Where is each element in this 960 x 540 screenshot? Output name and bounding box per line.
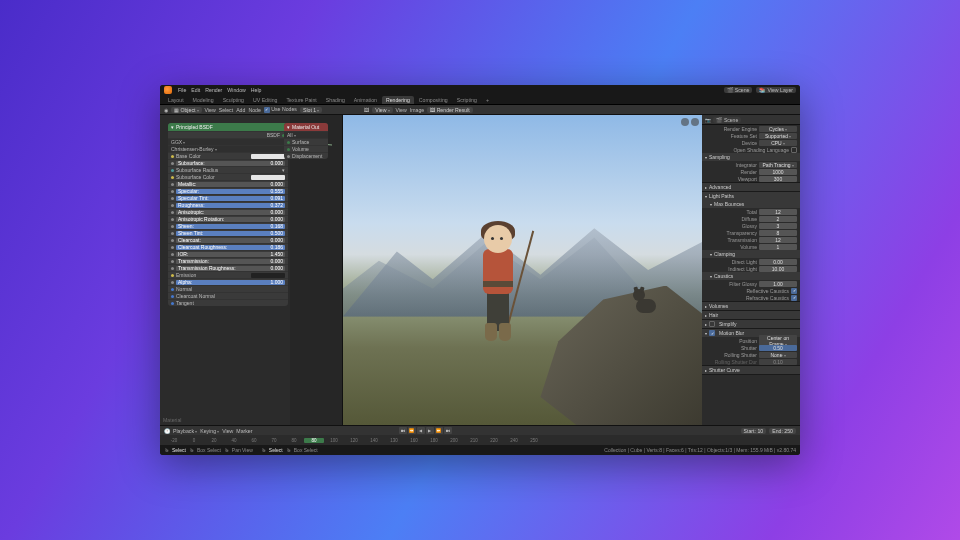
node-input-row[interactable]: Subsurface Radius▾ xyxy=(168,166,288,173)
img-view[interactable]: View xyxy=(396,107,407,113)
menu-window[interactable]: Window xyxy=(227,87,245,93)
node-input-row[interactable]: Metallic:0.000 xyxy=(168,180,288,187)
tab-uv[interactable]: UV Editing xyxy=(249,96,282,104)
subsurface-method-select[interactable]: Christensen-Burley xyxy=(171,146,285,152)
node-header[interactable]: ▾ Principled BSDF xyxy=(168,123,288,131)
frame-tick[interactable]: 0 xyxy=(184,438,204,443)
output-bsdf[interactable]: BSDF xyxy=(267,132,280,138)
menu-edit[interactable]: Edit xyxy=(191,87,200,93)
node-input-row[interactable]: Clearcoat Normal xyxy=(168,292,288,299)
node-input-row[interactable]: Transmission:0.000 xyxy=(168,257,288,264)
value-slider[interactable]: Transmission Roughness:0.000 xyxy=(176,266,285,271)
value-slider[interactable]: Clearcoat:0.000 xyxy=(176,238,285,243)
socket-icon[interactable] xyxy=(171,288,174,291)
socket-icon[interactable] xyxy=(171,246,174,249)
keyframe-next-button[interactable]: ⏩ xyxy=(435,427,443,434)
section-shuttercurve[interactable]: Shutter Curve xyxy=(702,366,800,374)
viewport-samples-input[interactable]: 300 xyxy=(759,176,797,182)
node-input-row[interactable]: Specular:0.555 xyxy=(168,187,288,194)
socket-icon[interactable] xyxy=(171,260,174,263)
frame-tick[interactable]: 20 xyxy=(204,438,224,443)
value-slider[interactable]: Anisotropic:0.000 xyxy=(176,210,285,215)
frame-ruler[interactable]: -200204060708080100120140130160180200210… xyxy=(164,438,796,443)
mb-shutter[interactable]: 0.50 xyxy=(759,345,797,351)
socket-icon[interactable] xyxy=(171,274,174,277)
tab-rendering[interactable]: Rendering xyxy=(382,96,414,104)
frame-end-field[interactable]: End: 250 xyxy=(769,428,796,434)
render-result-select[interactable]: 🖼 Render Result xyxy=(427,107,473,113)
node-editor[interactable]: ▾ Principled BSDF BSDF GGX Christensen-B… xyxy=(160,115,290,425)
node-input-row[interactable]: Subsurface Color xyxy=(168,173,288,180)
target-select[interactable]: All xyxy=(287,132,325,138)
frame-tick[interactable]: 220 xyxy=(484,438,504,443)
frame-tick[interactable]: 200 xyxy=(444,438,464,443)
jump-start-button[interactable]: ⏮ xyxy=(399,427,407,434)
node-header[interactable]: ▾ Material Out xyxy=(284,123,328,131)
tab-animation[interactable]: Animation xyxy=(350,96,381,104)
node-input-row[interactable]: Emission xyxy=(168,271,288,278)
props-context-icon[interactable]: 📷 xyxy=(705,117,711,123)
input-surface-socket[interactable] xyxy=(287,141,290,144)
osl-checkbox[interactable] xyxy=(791,147,797,153)
menu-file[interactable]: File xyxy=(178,87,186,93)
section-sampling[interactable]: Sampling xyxy=(702,153,800,161)
menu-help[interactable]: Help xyxy=(251,87,262,93)
socket-icon[interactable] xyxy=(171,253,174,256)
frame-tick[interactable]: 140 xyxy=(364,438,384,443)
socket-icon[interactable] xyxy=(171,197,174,200)
slot-select[interactable]: Slot 1 xyxy=(300,107,322,113)
tab-scripting[interactable]: Scripting xyxy=(453,96,481,104)
value-slider[interactable]: Clearcoat Roughness:0.186 xyxy=(176,245,285,250)
color-swatch[interactable] xyxy=(251,273,285,278)
frame-tick[interactable]: 180 xyxy=(424,438,444,443)
socket-icon[interactable] xyxy=(171,281,174,284)
socket-icon[interactable] xyxy=(171,232,174,235)
bounces-diffuse[interactable]: 2 xyxy=(759,216,797,222)
subsection-clamping[interactable]: Clamping xyxy=(702,250,800,258)
frame-tick[interactable]: 120 xyxy=(344,438,364,443)
keyframe-prev-button[interactable]: ⏪ xyxy=(408,427,416,434)
socket-icon[interactable] xyxy=(171,225,174,228)
input-volume-socket[interactable] xyxy=(287,148,290,151)
node-input-row[interactable]: Base Color xyxy=(168,152,288,159)
value-slider[interactable]: Specular Tint:0.091 xyxy=(176,196,285,201)
device-select[interactable]: CPU xyxy=(759,140,797,146)
socket-icon[interactable] xyxy=(171,169,174,172)
value-slider[interactable]: Subsurface:0.000 xyxy=(176,161,285,166)
hdr-view[interactable]: View xyxy=(205,107,216,113)
hdr-node[interactable]: Node xyxy=(248,107,260,113)
bounces-glossy[interactable]: 3 xyxy=(759,223,797,229)
node-input-row[interactable]: Clearcoat:0.000 xyxy=(168,236,288,243)
tl-keying[interactable]: Keying xyxy=(200,428,219,434)
expand-icon[interactable]: ▾ xyxy=(282,167,285,173)
frame-tick[interactable]: 160 xyxy=(404,438,424,443)
viewlayer-selector[interactable]: 📚 View Layer xyxy=(756,87,796,93)
value-slider[interactable]: Transmission:0.000 xyxy=(176,259,285,264)
frame-tick[interactable]: -20 xyxy=(164,438,184,443)
tab-modeling[interactable]: Modeling xyxy=(189,96,218,104)
node-input-row[interactable]: Clearcoat Roughness:0.186 xyxy=(168,243,288,250)
tl-view[interactable]: View xyxy=(222,428,233,434)
socket-icon[interactable] xyxy=(171,302,174,305)
use-nodes-toggle[interactable]: ✓ Use Nodes xyxy=(264,106,297,113)
filter-glossy[interactable]: 1.00 xyxy=(759,281,797,287)
subsection-caustics[interactable]: Caustics xyxy=(702,272,800,280)
play-reverse-button[interactable]: ◀ xyxy=(417,427,425,434)
socket-icon[interactable] xyxy=(171,190,174,193)
frame-tick[interactable]: 70 xyxy=(264,438,284,443)
image-view-mode[interactable]: View xyxy=(372,107,392,113)
bounces-transparency[interactable]: 8 xyxy=(759,230,797,236)
subsection-maxbounces[interactable]: Max Bounces xyxy=(702,200,800,208)
color-swatch[interactable] xyxy=(251,154,285,159)
value-slider[interactable]: IOR:1.450 xyxy=(176,252,285,257)
frame-tick[interactable]: 130 xyxy=(384,438,404,443)
bounces-transmission[interactable]: 12 xyxy=(759,237,797,243)
play-button[interactable]: ▶ xyxy=(426,427,434,434)
frame-tick[interactable]: 40 xyxy=(224,438,244,443)
tab-texture[interactable]: Texture Paint xyxy=(283,96,321,104)
frame-tick[interactable]: 100 xyxy=(324,438,344,443)
socket-icon[interactable] xyxy=(171,204,174,207)
node-input-row[interactable]: Sheen Tint:0.500 xyxy=(168,229,288,236)
frame-tick[interactable]: 80 xyxy=(284,438,304,443)
hdr-add[interactable]: Add xyxy=(236,107,245,113)
